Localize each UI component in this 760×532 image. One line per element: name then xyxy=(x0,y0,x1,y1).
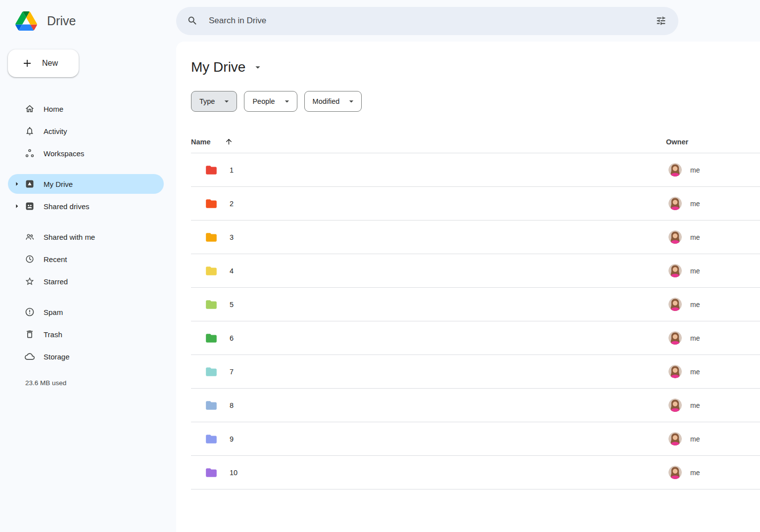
owner-label: me xyxy=(690,267,700,275)
folder-icon xyxy=(205,365,218,378)
sidebar-item-label: Activity xyxy=(44,127,67,135)
column-header-name[interactable]: Name xyxy=(191,137,666,146)
new-button[interactable]: New xyxy=(8,49,79,77)
file-name: 5 xyxy=(230,301,234,309)
file-name: 7 xyxy=(230,368,234,376)
sidebar-item-label: Shared with me xyxy=(44,233,95,241)
name-column-label: Name xyxy=(191,138,211,146)
trash-icon xyxy=(25,329,35,339)
file-table: Name Owner 1 xyxy=(191,131,760,489)
owner-label: me xyxy=(690,233,700,241)
file-row[interactable]: 9 me xyxy=(191,422,760,456)
drive-logo-icon xyxy=(15,11,37,31)
sidebar-item-my-drive[interactable]: My Drive xyxy=(8,174,164,194)
file-row[interactable]: 7 me xyxy=(191,355,760,389)
file-row[interactable]: 3 me xyxy=(191,221,760,254)
file-name: 2 xyxy=(230,200,234,208)
chevron-down-icon xyxy=(252,62,263,73)
filter-chip-label: Type xyxy=(199,97,215,105)
expand-chevron-icon[interactable] xyxy=(12,179,22,188)
sidebar-item-shared-with-me[interactable]: Shared with me xyxy=(8,227,164,247)
workspaces-icon xyxy=(25,148,35,158)
sidebar-item-storage[interactable]: Storage xyxy=(8,347,164,366)
sidebar-item-recent[interactable]: Recent xyxy=(8,249,164,269)
storage-used-text: 23.6 MB used xyxy=(25,379,176,387)
owner-avatar xyxy=(668,466,682,479)
sidebar-item-label: Workspaces xyxy=(44,149,84,158)
file-list: 1 me 2 xyxy=(191,153,760,489)
sidebar-nav: Home Activity Workspaces xyxy=(0,99,176,377)
owner-avatar xyxy=(668,365,682,378)
star-icon xyxy=(25,276,35,286)
filter-chip-people[interactable]: People xyxy=(244,91,297,112)
owner-avatar xyxy=(668,163,682,177)
home-icon xyxy=(25,104,35,114)
sidebar-item-label: Starred xyxy=(44,277,68,286)
google-drive-app: Drive New xyxy=(0,0,760,532)
filter-chip-modified[interactable]: Modified xyxy=(304,91,362,112)
page-title-menu[interactable]: My Drive xyxy=(191,57,263,77)
top-bar: Drive xyxy=(0,0,760,42)
folder-icon xyxy=(205,332,218,345)
my-drive-icon xyxy=(25,179,35,189)
chevron-down-icon xyxy=(222,96,232,106)
file-name: 3 xyxy=(230,233,234,241)
sidebar-item-label: Trash xyxy=(44,330,62,339)
filter-chip-label: Modified xyxy=(313,97,340,105)
file-row[interactable]: 8 me xyxy=(191,389,760,422)
main-content: My Drive Type People xyxy=(176,42,760,532)
owner-avatar xyxy=(668,197,682,210)
drive-brand[interactable]: Drive xyxy=(0,11,176,31)
sidebar: New Home A xyxy=(0,42,176,532)
clock-icon xyxy=(25,254,35,264)
folder-icon xyxy=(205,298,218,311)
file-name: 6 xyxy=(230,334,234,342)
sidebar-item-label: Shared drives xyxy=(44,202,90,211)
people-icon xyxy=(25,232,35,242)
file-row[interactable]: 10 me xyxy=(191,456,760,489)
owner-label: me xyxy=(690,200,700,208)
column-header-owner: Owner xyxy=(666,138,760,146)
folder-icon xyxy=(205,197,218,210)
owner-avatar xyxy=(668,399,682,412)
alert-circle-icon xyxy=(25,307,35,317)
search-input[interactable] xyxy=(208,15,650,26)
file-name: 1 xyxy=(230,166,234,174)
expand-chevron-icon[interactable] xyxy=(12,202,22,211)
sidebar-item-home[interactable]: Home xyxy=(8,99,164,119)
sidebar-item-label: Spam xyxy=(44,308,63,316)
owner-label: me xyxy=(690,401,700,409)
search-bar[interactable] xyxy=(176,7,678,35)
sidebar-item-label: Storage xyxy=(44,353,70,361)
owner-avatar xyxy=(668,230,682,244)
file-row[interactable]: 2 me xyxy=(191,187,760,221)
file-row[interactable]: 4 me xyxy=(191,254,760,288)
filter-chip-type[interactable]: Type xyxy=(191,91,237,112)
search-icon[interactable] xyxy=(181,9,204,32)
file-row[interactable]: 1 me xyxy=(191,153,760,187)
page-title: My Drive xyxy=(191,57,245,77)
folder-icon xyxy=(205,466,218,479)
owner-column-label: Owner xyxy=(666,138,688,146)
file-row[interactable]: 5 me xyxy=(191,288,760,321)
folder-icon xyxy=(205,164,218,177)
owner-label: me xyxy=(690,469,700,477)
owner-avatar xyxy=(668,264,682,277)
sort-ascending-icon[interactable] xyxy=(225,137,233,146)
file-name: 9 xyxy=(230,435,234,443)
table-header: Name Owner xyxy=(191,131,760,153)
sidebar-item-activity[interactable]: Activity xyxy=(8,121,164,141)
file-row[interactable]: 6 me xyxy=(191,321,760,355)
sidebar-item-trash[interactable]: Trash xyxy=(8,324,164,344)
app-title: Drive xyxy=(47,14,76,28)
sidebar-item-workspaces[interactable]: Workspaces xyxy=(8,143,164,163)
new-button-label: New xyxy=(42,59,58,68)
sidebar-item-spam[interactable]: Spam xyxy=(8,302,164,322)
sidebar-item-starred[interactable]: Starred xyxy=(8,271,164,291)
search-options-button[interactable] xyxy=(650,9,672,32)
sidebar-item-label: My Drive xyxy=(44,180,73,188)
sidebar-item-label: Home xyxy=(44,105,63,113)
chevron-down-icon xyxy=(282,96,292,106)
owner-avatar xyxy=(668,298,682,311)
sidebar-item-shared-drives[interactable]: Shared drives xyxy=(8,196,164,216)
